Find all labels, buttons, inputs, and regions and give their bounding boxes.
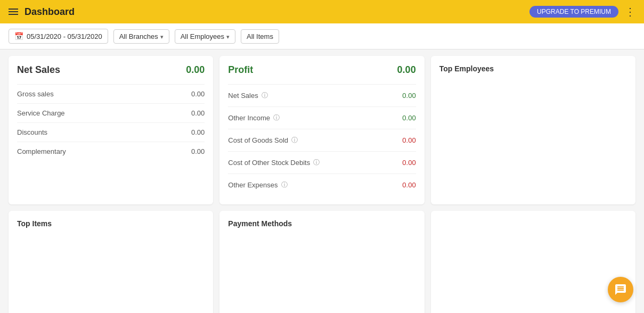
cogs-info-icon[interactable]: ⓘ — [291, 136, 298, 145]
header-left: Dashboard — [9, 6, 75, 18]
cost-other-stock-label: Cost of Other Stock Debits — [228, 159, 310, 167]
profit-card: Profit 0.00 Net Sales ⓘ 0.00 Other Incom… — [219, 56, 424, 204]
profit-title: Profit — [228, 64, 253, 76]
employees-chevron-icon — [226, 32, 230, 40]
items-filter[interactable]: All Items — [241, 29, 279, 44]
other-expenses-row: Other Expenses ⓘ — [228, 180, 287, 190]
other-income-value: 0.00 — [402, 114, 415, 122]
employees-filter[interactable]: All Employees — [175, 29, 235, 44]
table-row: Cost of Other Stock Debits ⓘ 0.00 — [228, 151, 415, 174]
other-income-label: Other Income — [228, 114, 270, 122]
payment-methods-card: Payment Methods — [219, 211, 424, 313]
app-header: Dashboard UPGRADE TO PREMIUM ⋮ — [0, 0, 644, 23]
cost-other-stock-info-icon[interactable]: ⓘ — [313, 158, 320, 167]
cost-other-stock-row: Cost of Other Stock Debits ⓘ — [228, 158, 320, 167]
chat-button[interactable] — [608, 277, 633, 302]
net-sales-info-icon[interactable]: ⓘ — [262, 91, 268, 100]
other-expenses-value: 0.00 — [402, 181, 415, 189]
branches-chevron-icon — [160, 32, 164, 40]
profit-header: Profit 0.00 — [228, 64, 415, 76]
service-charge-value: 0.00 — [191, 109, 205, 117]
upgrade-badge[interactable]: UPGRADE TO PREMIUM — [529, 6, 618, 18]
discounts-value: 0.00 — [191, 128, 205, 136]
discounts-label: Discounts — [17, 128, 47, 136]
top-items-card: Top Items — [9, 211, 213, 313]
table-row: Cost of Goods Sold ⓘ 0.00 — [228, 129, 415, 151]
table-row: Discounts 0.00 — [17, 122, 205, 142]
other-income-row: Other Income ⓘ — [228, 113, 280, 122]
items-label: All Items — [247, 32, 273, 40]
cogs-row: Cost of Goods Sold ⓘ — [228, 136, 298, 145]
gross-sales-label: Gross sales — [17, 90, 54, 98]
date-range-value: 05/31/2020 - 05/31/2020 — [27, 32, 102, 40]
table-row: Gross sales 0.00 — [17, 84, 205, 103]
cost-other-stock-value: 0.00 — [402, 159, 415, 167]
complementary-value: 0.00 — [191, 147, 205, 155]
table-row: Complementary 0.00 — [17, 142, 205, 161]
profit-total: 0.00 — [397, 64, 416, 76]
profit-net-sales-row: Net Sales ⓘ — [228, 91, 267, 100]
net-sales-card: Net Sales 0.00 Gross sales 0.00 Service … — [9, 56, 213, 204]
table-row: Other Income ⓘ 0.00 — [228, 106, 415, 129]
chat-icon — [614, 283, 627, 296]
cogs-value: 0.00 — [402, 136, 415, 144]
top-items-title: Top Items — [17, 219, 205, 228]
branches-label: All Branches — [119, 32, 158, 40]
service-charge-label: Service Charge — [17, 109, 65, 117]
table-row: Other Expenses ⓘ 0.00 — [228, 174, 415, 196]
other-expenses-label: Other Expenses — [228, 181, 278, 189]
calendar-icon: 📅 — [14, 32, 23, 40]
gross-sales-value: 0.00 — [191, 90, 205, 98]
filter-bar: 📅 05/31/2020 - 05/31/2020 All Branches A… — [0, 23, 644, 50]
app-title: Dashboard — [25, 6, 75, 18]
table-row: Service Charge 0.00 — [17, 103, 205, 122]
branches-filter[interactable]: All Branches — [113, 29, 169, 44]
bottom-third-card — [431, 211, 635, 313]
top-employees-title: Top Employees — [439, 64, 627, 73]
net-sales-total: 0.00 — [186, 64, 205, 76]
main-content: Net Sales 0.00 Gross sales 0.00 Service … — [0, 50, 644, 211]
other-income-info-icon[interactable]: ⓘ — [273, 113, 280, 122]
table-row: Net Sales ⓘ 0.00 — [228, 84, 415, 106]
profit-net-sales-value: 0.00 — [402, 92, 415, 100]
net-sales-title: Net Sales — [17, 64, 60, 76]
more-options-icon[interactable]: ⋮ — [625, 5, 635, 18]
bottom-row: Top Items Payment Methods — [0, 211, 644, 313]
profit-net-sales-label: Net Sales — [228, 92, 258, 100]
other-expenses-info-icon[interactable]: ⓘ — [281, 180, 288, 190]
net-sales-header: Net Sales 0.00 — [17, 64, 205, 76]
menu-icon[interactable] — [9, 9, 18, 15]
header-right: UPGRADE TO PREMIUM ⋮ — [529, 5, 635, 18]
cogs-label: Cost of Goods Sold — [228, 136, 288, 144]
payment-methods-title: Payment Methods — [228, 219, 415, 228]
top-employees-card: Top Employees — [431, 56, 635, 204]
complementary-label: Complementary — [17, 147, 66, 155]
employees-label: All Employees — [181, 32, 224, 40]
date-range-filter[interactable]: 📅 05/31/2020 - 05/31/2020 — [9, 29, 108, 44]
